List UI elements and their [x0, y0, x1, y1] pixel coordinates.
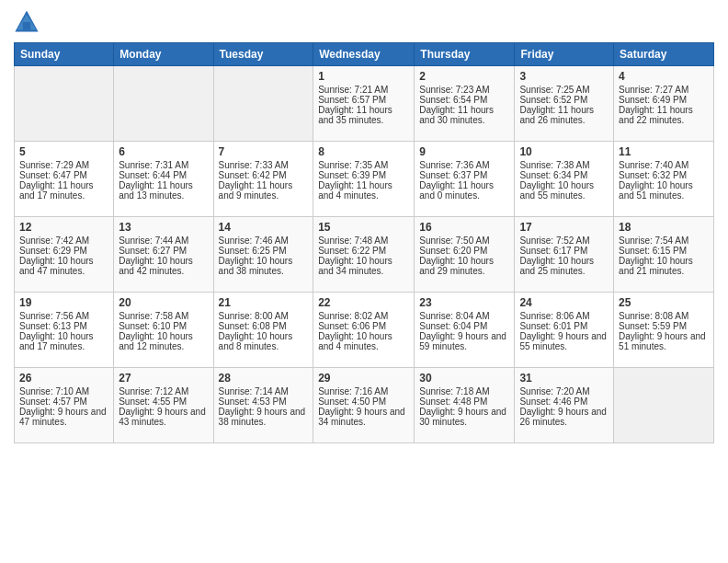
daylight-text: Daylight: 9 hours and 47 minutes. [19, 407, 107, 427]
calendar-cell: 9Sunrise: 7:36 AMSunset: 6:37 PMDaylight… [415, 142, 515, 217]
day-number: 7 [219, 145, 309, 158]
sunrise-text: Sunrise: 7:40 AM [619, 160, 688, 170]
sunset-text: Sunset: 6:08 PM [219, 321, 287, 331]
calendar-table: SundayMondayTuesdayWednesdayThursdayFrid… [14, 42, 714, 443]
day-number: 16 [419, 221, 509, 234]
calendar-cell: 14Sunrise: 7:46 AMSunset: 6:25 PMDayligh… [213, 217, 313, 293]
calendar-cell: 6Sunrise: 7:31 AMSunset: 6:44 PMDaylight… [114, 142, 213, 217]
day-number: 3 [519, 70, 609, 83]
sunset-text: Sunset: 6:15 PM [619, 246, 687, 256]
daylight-text: Daylight: 10 hours and 47 minutes. [19, 256, 94, 276]
daylight-text: Daylight: 10 hours and 17 minutes. [19, 331, 94, 351]
calendar-cell: 7Sunrise: 7:33 AMSunset: 6:42 PMDaylight… [213, 142, 313, 217]
sunrise-text: Sunrise: 7:44 AM [119, 236, 188, 246]
daylight-text: Daylight: 9 hours and 38 minutes. [219, 407, 306, 427]
sunrise-text: Sunrise: 7:54 AM [619, 236, 688, 246]
daylight-text: Daylight: 11 hours and 0 minutes. [419, 180, 494, 201]
calendar-cell: 17Sunrise: 7:52 AMSunset: 6:17 PMDayligh… [515, 217, 614, 293]
day-number: 2 [419, 70, 509, 83]
sunset-text: Sunset: 6:42 PM [219, 170, 287, 180]
calendar-week-row: 1Sunrise: 7:21 AMSunset: 6:57 PMDaylight… [15, 66, 714, 142]
sunset-text: Sunset: 6:04 PM [419, 321, 487, 331]
calendar-week-row: 12Sunrise: 7:42 AMSunset: 6:29 PMDayligh… [15, 217, 714, 293]
sunrise-text: Sunrise: 7:56 AM [19, 311, 89, 321]
day-number: 12 [19, 221, 108, 234]
sunset-text: Sunset: 6:34 PM [519, 170, 587, 180]
calendar-cell: 21Sunrise: 8:00 AMSunset: 6:08 PMDayligh… [213, 293, 313, 368]
daylight-text: Daylight: 10 hours and 21 minutes. [619, 256, 693, 276]
day-header-friday: Friday [515, 43, 614, 66]
day-number: 17 [519, 221, 609, 234]
calendar-cell: 24Sunrise: 8:06 AMSunset: 6:01 PMDayligh… [515, 293, 614, 368]
calendar-cell: 10Sunrise: 7:38 AMSunset: 6:34 PMDayligh… [515, 142, 614, 217]
calendar-cell: 4Sunrise: 7:27 AMSunset: 6:49 PMDaylight… [614, 66, 714, 142]
daylight-text: Daylight: 11 hours and 4 minutes. [318, 180, 392, 201]
sunset-text: Sunset: 6:57 PM [318, 95, 386, 105]
calendar-cell: 15Sunrise: 7:48 AMSunset: 6:22 PMDayligh… [313, 217, 415, 293]
sunset-text: Sunset: 4:48 PM [419, 396, 487, 407]
sunrise-text: Sunrise: 7:25 AM [519, 85, 589, 95]
day-number: 10 [519, 145, 609, 158]
sunset-text: Sunset: 6:52 PM [519, 95, 587, 105]
calendar-cell [614, 368, 714, 443]
calendar-cell: 2Sunrise: 7:23 AMSunset: 6:54 PMDaylight… [415, 66, 515, 142]
sunset-text: Sunset: 4:46 PM [519, 396, 587, 407]
daylight-text: Daylight: 10 hours and 38 minutes. [219, 256, 293, 276]
sunrise-text: Sunrise: 7:46 AM [219, 236, 289, 246]
calendar-cell: 23Sunrise: 8:04 AMSunset: 6:04 PMDayligh… [415, 293, 515, 368]
sunset-text: Sunset: 6:20 PM [419, 246, 487, 256]
day-number: 28 [219, 372, 309, 385]
day-header-saturday: Saturday [614, 43, 714, 66]
sunrise-text: Sunrise: 7:21 AM [318, 85, 388, 95]
calendar-week-row: 5Sunrise: 7:29 AMSunset: 6:47 PMDaylight… [15, 142, 714, 217]
sunset-text: Sunset: 6:47 PM [19, 170, 87, 180]
calendar-cell [213, 66, 313, 142]
sunrise-text: Sunrise: 7:10 AM [19, 386, 89, 396]
main-container: SundayMondayTuesdayWednesdayThursdayFrid… [0, 0, 728, 448]
calendar-cell: 3Sunrise: 7:25 AMSunset: 6:52 PMDaylight… [515, 66, 614, 142]
sunset-text: Sunset: 6:49 PM [619, 95, 687, 105]
daylight-text: Daylight: 10 hours and 8 minutes. [219, 331, 293, 351]
sunrise-text: Sunrise: 7:33 AM [219, 160, 289, 170]
daylight-text: Daylight: 11 hours and 30 minutes. [419, 105, 494, 125]
calendar-cell: 31Sunrise: 7:20 AMSunset: 4:46 PMDayligh… [515, 368, 614, 443]
calendar-cell: 30Sunrise: 7:18 AMSunset: 4:48 PMDayligh… [415, 368, 515, 443]
daylight-text: Daylight: 10 hours and 42 minutes. [119, 256, 193, 276]
day-number: 27 [119, 372, 208, 385]
day-number: 18 [619, 221, 709, 234]
calendar-week-row: 19Sunrise: 7:56 AMSunset: 6:13 PMDayligh… [15, 293, 714, 368]
daylight-text: Daylight: 10 hours and 12 minutes. [119, 331, 193, 351]
day-number: 6 [119, 145, 208, 158]
day-number: 20 [119, 296, 208, 309]
daylight-text: Daylight: 10 hours and 25 minutes. [519, 256, 594, 276]
daylight-text: Daylight: 11 hours and 9 minutes. [219, 180, 293, 201]
calendar-cell: 11Sunrise: 7:40 AMSunset: 6:32 PMDayligh… [614, 142, 714, 217]
sunset-text: Sunset: 6:25 PM [219, 246, 287, 256]
day-number: 31 [519, 372, 609, 385]
svg-rect-2 [23, 22, 30, 29]
calendar-cell: 22Sunrise: 8:02 AMSunset: 6:06 PMDayligh… [313, 293, 415, 368]
sunset-text: Sunset: 6:39 PM [318, 170, 386, 180]
calendar-cell: 1Sunrise: 7:21 AMSunset: 6:57 PMDaylight… [313, 66, 415, 142]
sunset-text: Sunset: 6:01 PM [519, 321, 587, 331]
sunset-text: Sunset: 6:29 PM [19, 246, 87, 256]
daylight-text: Daylight: 10 hours and 55 minutes. [519, 180, 594, 201]
sunset-text: Sunset: 4:57 PM [19, 396, 87, 407]
day-number: 8 [318, 145, 409, 158]
sunrise-text: Sunrise: 7:48 AM [318, 236, 388, 246]
day-number: 22 [318, 296, 409, 309]
calendar-week-row: 26Sunrise: 7:10 AMSunset: 4:57 PMDayligh… [15, 368, 714, 443]
day-header-sunday: Sunday [15, 43, 114, 66]
sunrise-text: Sunrise: 8:02 AM [318, 311, 388, 321]
sunrise-text: Sunrise: 7:12 AM [119, 386, 188, 396]
day-header-monday: Monday [114, 43, 213, 66]
day-number: 5 [19, 145, 108, 158]
sunset-text: Sunset: 4:53 PM [219, 396, 287, 407]
sunrise-text: Sunrise: 8:06 AM [519, 311, 589, 321]
sunrise-text: Sunrise: 7:35 AM [318, 160, 388, 170]
day-number: 4 [619, 70, 709, 83]
calendar-cell [15, 66, 114, 142]
sunset-text: Sunset: 6:27 PM [119, 246, 187, 256]
daylight-text: Daylight: 11 hours and 26 minutes. [519, 105, 594, 125]
day-number: 9 [419, 145, 509, 158]
